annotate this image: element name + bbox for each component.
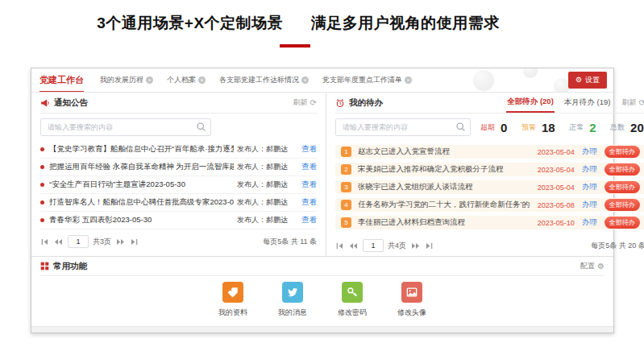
todo-category-badge: 全部待办 <box>605 181 640 193</box>
close-icon[interactable]: × <box>146 76 153 84</box>
prev-page-button[interactable] <box>53 238 64 246</box>
notices-refresh-button[interactable]: 刷新 ⟳ <box>293 97 317 108</box>
todo-title: 张晓宇已进入党组织派人谈话流程 <box>358 182 530 192</box>
close-icon[interactable]: × <box>198 76 206 84</box>
view-link[interactable]: 查看 <box>301 144 317 155</box>
first-page-button[interactable] <box>335 242 344 250</box>
todo-number-badge: 4 <box>341 200 351 210</box>
handle-link[interactable]: 办理 <box>582 182 597 192</box>
notices-pagination: 共3页 每页5条 共 11 条 <box>40 229 317 254</box>
quick-tiles: 我的资料 我的消息 修改密码 修改头像 <box>40 282 605 318</box>
last-page-button[interactable] <box>130 238 139 246</box>
stat-warning: 预警 18 <box>520 121 557 134</box>
quick-tile-label: 我的资料 <box>214 308 251 318</box>
stat-value: 18 <box>542 121 555 134</box>
notices-search-input[interactable] <box>40 118 211 136</box>
notice-title: 把握运用百年经验 永葆自我革命精神 为开启一流智库建设新局面提供坚强保... <box>49 162 234 172</box>
tab-party-workbench[interactable]: 党建工作台 <box>39 68 84 93</box>
bullet-dot-icon <box>40 200 44 204</box>
todo-date: 2023-05-08 <box>538 201 575 209</box>
notices-panel: 通知公告 刷新 ⟳ 【党史学习教育】船舶信息中心召开“百年船承·接力逐梦”五四青… <box>31 93 326 256</box>
megaphone-icon <box>40 98 50 108</box>
todos-title: 我的待办 <box>349 97 383 109</box>
notice-row: 【党史学习教育】船舶信息中心召开“百年船承·接力逐梦”五四青年座谈会202...… <box>40 141 317 159</box>
tab-my-development[interactable]: 我的发展历程 × <box>100 75 153 85</box>
quick-tile-my-messages[interactable]: 我的消息 <box>274 282 311 318</box>
tab-annual-worklist[interactable]: 党支部年度重点工作清单 × <box>322 75 412 85</box>
close-icon[interactable]: × <box>301 76 309 84</box>
magnifier-icon <box>455 122 466 132</box>
todos-title-wrap: 我的待办 <box>335 97 383 109</box>
quick-tile-label: 我的消息 <box>274 308 311 318</box>
stat-value: 0 <box>501 121 507 134</box>
workbench-window: 党建工作台 我的发展历程 × 个人档案 × 各支部党建工作达标情况 × 党支部年… <box>31 68 614 333</box>
tab-branch-standards[interactable]: 各支部党建工作达标情况 × <box>219 75 309 85</box>
view-link[interactable]: 查看 <box>301 162 317 172</box>
window-footer-strip <box>31 326 613 332</box>
todos-search-input[interactable] <box>335 118 471 136</box>
first-page-button[interactable] <box>40 238 49 246</box>
prev-page-button[interactable] <box>348 242 359 250</box>
notices-list: 【党史学习教育】船舶信息中心召开“百年船承·接力逐梦”五四青年座谈会202...… <box>40 141 317 229</box>
quick-tile-change-password[interactable]: 修改密码 <box>334 282 371 318</box>
tag-icon <box>227 287 239 298</box>
tab-month-todos[interactable]: 本月待办 (19) <box>564 97 611 108</box>
bullet-dot-icon <box>40 183 44 187</box>
stat-label: 超期 <box>480 122 495 133</box>
todo-row: 4 任务名称为‘学习党的二十大，践行新使命新任务’的任务需要处理 2023-05… <box>335 198 644 212</box>
tab-label: 我的发展历程 <box>100 75 143 85</box>
window-header: 党建工作台 我的发展历程 × 个人档案 × 各支部党建工作达标情况 × 党支部年… <box>31 68 613 93</box>
todo-row: 3 张晓宇已进入党组织派人谈话流程 2023-05-04 办理 全部待办 <box>335 180 644 194</box>
bullet-dot-icon <box>40 165 44 169</box>
quick-tile-my-profile[interactable]: 我的资料 <box>214 282 251 318</box>
todos-pagination: 共4页 每页5条 共 20 条 <box>335 233 644 258</box>
notice-row: 打造智库名人！船舶信息中心聘任首批高级专家2023-05-30 发布人：郝鹏达 … <box>40 194 317 212</box>
handle-link[interactable]: 办理 <box>582 164 597 175</box>
view-link[interactable]: 查看 <box>301 197 317 208</box>
tab-label: 各支部党建工作达标情况 <box>219 75 299 85</box>
notice-publisher: 发布人：郝鹏达 <box>237 162 298 172</box>
bullet-dot-icon <box>40 218 44 222</box>
stat-label: 预警 <box>521 122 536 133</box>
gear-icon: ⚙ <box>597 262 605 270</box>
close-icon[interactable]: × <box>405 76 412 84</box>
quick-tile-label: 修改头像 <box>393 308 430 318</box>
notice-title: 【党史学习教育】船舶信息中心召开“百年船承·接力逐梦”五四青年座谈会202... <box>49 144 234 155</box>
page-number-input[interactable] <box>363 239 384 252</box>
config-label: 配置 <box>580 261 595 271</box>
view-link[interactable]: 查看 <box>301 215 317 225</box>
notice-publisher: 发布人：郝鹏达 <box>237 215 298 225</box>
notice-row: 青春华彩 五四表彰2023-05-30 发布人：郝鹏达 查看 <box>40 212 317 229</box>
handle-link[interactable]: 办理 <box>582 200 597 210</box>
page-title: 3个通用场景+X个定制场景 满足多用户视角的使用需求 <box>0 13 596 34</box>
todos-refresh-button[interactable]: 刷新 ⟳ <box>621 97 644 108</box>
magnifier-icon <box>196 122 206 132</box>
stat-label: 正常 <box>569 122 584 133</box>
notice-publisher: 发布人：郝鹏达 <box>237 144 298 155</box>
todo-category-badge: 全部待办 <box>605 199 640 211</box>
pagination-summary: 每页5条 共 20 条 <box>591 241 644 251</box>
decorative-circle <box>523 68 538 78</box>
image-icon <box>406 287 418 298</box>
next-page-button[interactable] <box>115 238 126 246</box>
bullet-dot-icon <box>40 147 44 151</box>
settings-button[interactable]: ⚙ 设置 <box>568 72 607 89</box>
todo-category-badge: 全部待办 <box>605 146 640 158</box>
next-page-button[interactable] <box>410 242 421 250</box>
config-button[interactable]: 配置 ⚙ <box>580 261 605 271</box>
quick-tile-change-avatar[interactable]: 修改头像 <box>393 282 430 318</box>
last-page-button[interactable] <box>425 242 434 250</box>
todo-date: 2023-05-04 <box>538 166 575 174</box>
refresh-label: 刷新 <box>293 97 308 108</box>
tab-all-todos[interactable]: 全部待办 (20) <box>506 93 555 113</box>
refresh-icon: ⟳ <box>310 98 317 107</box>
twitter-bird-icon <box>287 287 298 298</box>
page-number-input[interactable] <box>68 235 89 248</box>
view-link[interactable]: 查看 <box>301 180 317 190</box>
notices-title: 通知公告 <box>54 97 88 109</box>
handle-link[interactable]: 办理 <box>582 147 597 157</box>
todo-title: 宋美娟已进入推荐和确定入党积极分子流程 <box>358 164 530 175</box>
handle-link[interactable]: 办理 <box>582 217 597 228</box>
panels-row: 通知公告 刷新 ⟳ 【党史学习教育】船舶信息中心召开“百年船承·接力逐梦”五四青… <box>31 93 613 257</box>
tab-personal-file[interactable]: 个人档案 × <box>167 75 206 85</box>
